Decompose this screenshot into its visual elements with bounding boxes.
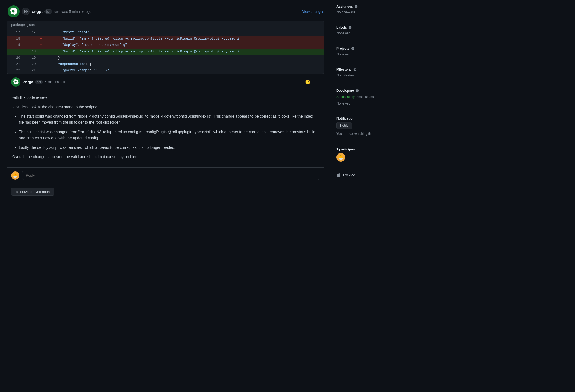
comment-time: 5 minutes ago bbox=[45, 80, 65, 84]
sidebar-development-section: Developme ⚙ Successfully these issues No… bbox=[336, 88, 396, 105]
sidebar-projects-section: Projects ⚙ None yet bbox=[336, 46, 396, 56]
view-changes-button[interactable]: View changes bbox=[302, 10, 324, 14]
sidebar-divider-2 bbox=[336, 42, 396, 42]
reply-input[interactable] bbox=[22, 171, 319, 180]
sidebar-development-text: Successfully these issues bbox=[336, 94, 396, 99]
diff-sign: − bbox=[38, 42, 44, 48]
lock-icon bbox=[336, 173, 341, 177]
review-meta: cr-gpt bot reviewed 5 minutes ago bbox=[32, 9, 91, 14]
line-num-new: 21 bbox=[22, 67, 38, 74]
more-options-button[interactable]: ··· bbox=[314, 79, 319, 85]
comment-conclusion: Overall, the changes appear to be valid … bbox=[12, 154, 318, 160]
gear-icon[interactable]: ⚙ bbox=[351, 46, 354, 51]
diff-row-added-1: 18 + "build": "rm -rf dist && rollup -c … bbox=[7, 49, 324, 55]
sidebar-divider-6 bbox=[336, 143, 396, 143]
sidebar-lock-section: Lock co bbox=[336, 173, 396, 177]
bot-badge: bot bbox=[44, 9, 52, 14]
sidebar-participants-label: 1 participan bbox=[336, 147, 396, 151]
line-num-old: 18 bbox=[7, 36, 22, 42]
diff-sign bbox=[38, 61, 44, 67]
diff-sign bbox=[38, 67, 44, 74]
diff-table: 17 17 "test": "jest", 18 − "build": "rm … bbox=[7, 29, 324, 74]
diff-sign bbox=[38, 29, 44, 36]
resolve-area: Resolve conversation bbox=[7, 183, 324, 200]
line-num-new bbox=[22, 42, 38, 48]
sidebar-labels-label: Labels ⚙ bbox=[336, 25, 396, 30]
diff-row: 21 20 "dependencies": { bbox=[7, 61, 324, 67]
comment-author-avatar bbox=[11, 77, 20, 87]
comment-bullet-1: The start script was changed from "node … bbox=[19, 113, 318, 126]
sidebar-notification-desc: You're recei watching th bbox=[336, 131, 396, 136]
sidebar-assignees-value: No one—ass bbox=[336, 10, 396, 14]
diff-row-removed-1: 18 − "build": "rm -rf dist && rollup -c … bbox=[7, 36, 324, 42]
comment-actions: 🙂 ··· bbox=[304, 79, 319, 85]
line-num-old: 22 bbox=[7, 67, 22, 74]
sidebar-divider-4 bbox=[336, 84, 396, 84]
sidebar-labels-value: None yet bbox=[336, 31, 396, 35]
diff-sign: − bbox=[38, 36, 44, 42]
reviewer-avatar bbox=[8, 5, 20, 17]
sidebar-assignees-section: Assignees ⚙ No one—ass bbox=[336, 4, 396, 14]
sidebar-notifications-label: Notification bbox=[336, 117, 396, 120]
diff-row-removed-2: 19 − "deploy": "node -r dotenv/config" bbox=[7, 42, 324, 48]
development-issues-text: these issues bbox=[356, 95, 374, 99]
sidebar-participants-section: 1 participan 🐣 bbox=[336, 147, 396, 162]
sidebar-assignees-label: Assignees ⚙ bbox=[336, 4, 396, 9]
review-time: reviewed 5 minutes ago bbox=[54, 10, 91, 14]
code-filename: package.json bbox=[7, 21, 324, 29]
gear-icon[interactable]: ⚙ bbox=[356, 88, 359, 93]
diff-row: 22 21 "@vercel/edge": "^0.2.7", bbox=[7, 67, 324, 74]
gear-icon[interactable]: ⚙ bbox=[348, 25, 352, 30]
diff-row: 20 19 }, bbox=[7, 55, 324, 61]
line-num-old: 21 bbox=[7, 61, 22, 67]
comment-author-name: cr-gpt bbox=[23, 80, 33, 84]
reply-user-avatar: 🐣 bbox=[11, 171, 19, 180]
sidebar-divider-5 bbox=[336, 112, 396, 112]
comment-bullet-3: Lastly, the deploy script was removed, w… bbox=[19, 144, 318, 150]
comment-bullet-2: The build script was changed from "rm -r… bbox=[19, 129, 318, 141]
sidebar-notifications-section: Notification Notify You're recei watchin… bbox=[336, 117, 396, 136]
comment-list: The start script was changed from "node … bbox=[12, 113, 318, 150]
notification-button[interactable]: Notify bbox=[336, 122, 352, 129]
sidebar-milestone-section: Milestone ⚙ No mileston bbox=[336, 67, 396, 77]
resolve-conversation-button[interactable]: Resolve conversation bbox=[11, 188, 54, 196]
diff-content: "@vercel/edge": "^0.2.7", bbox=[44, 67, 324, 74]
code-diff-block: package.json 17 17 "test": "jest", 18 − … bbox=[7, 21, 324, 74]
sidebar-divider-1 bbox=[336, 21, 396, 21]
sidebar-lock-label[interactable]: Lock co bbox=[343, 173, 355, 177]
diff-sign: + bbox=[38, 49, 44, 55]
comment-intro2: First, let's look at the changes made to… bbox=[12, 104, 318, 110]
line-num-old bbox=[7, 49, 22, 55]
gear-icon[interactable]: ⚙ bbox=[354, 4, 358, 9]
sidebar-development-label: Developme ⚙ bbox=[336, 88, 396, 93]
diff-content: }, bbox=[44, 55, 324, 61]
diff-content: "test": "jest", bbox=[44, 29, 324, 36]
diff-content: "dependencies": { bbox=[44, 61, 324, 67]
sidebar-divider-3 bbox=[336, 63, 396, 63]
review-header: cr-gpt bot reviewed 5 minutes ago View c… bbox=[7, 5, 324, 17]
development-success-text: Successfully bbox=[336, 95, 356, 99]
gear-icon[interactable]: ⚙ bbox=[353, 67, 357, 72]
line-num-new: 17 bbox=[22, 29, 38, 36]
sidebar-divider-7 bbox=[336, 168, 396, 168]
comment-meta: cr-gpt bot 5 minutes ago bbox=[23, 80, 301, 84]
line-num-old: 17 bbox=[7, 29, 22, 36]
sidebar-projects-label: Projects ⚙ bbox=[336, 46, 396, 51]
comment-container: cr-gpt bot 5 minutes ago 🙂 ··· with the … bbox=[7, 74, 324, 200]
diff-content: "build": "rm -rf dist && rollup -c rollu… bbox=[44, 49, 324, 55]
diff-content: "build": "rm -rf dist && rollup -c rollu… bbox=[44, 36, 324, 42]
sidebar-development-extra: None yet bbox=[336, 102, 396, 105]
comment-intro: with the code review bbox=[12, 94, 318, 100]
line-num-new: 18 bbox=[22, 49, 38, 55]
line-num-old: 19 bbox=[7, 42, 22, 48]
emoji-reaction-button[interactable]: 🙂 bbox=[304, 79, 312, 85]
sidebar: Assignees ⚙ No one—ass Labels ⚙ None yet… bbox=[331, 0, 402, 392]
comment-body: with the code review First, let's look a… bbox=[7, 90, 324, 167]
sidebar-labels-section: Labels ⚙ None yet bbox=[336, 25, 396, 35]
line-num-old: 20 bbox=[7, 55, 22, 61]
eye-icon[interactable] bbox=[22, 8, 30, 15]
diff-content: "deploy": "node -r dotenv/config" bbox=[44, 42, 324, 48]
sidebar-milestone-label: Milestone ⚙ bbox=[336, 67, 396, 72]
sidebar-projects-value: None yet bbox=[336, 52, 396, 56]
participant-avatar: 🐣 bbox=[336, 153, 345, 162]
